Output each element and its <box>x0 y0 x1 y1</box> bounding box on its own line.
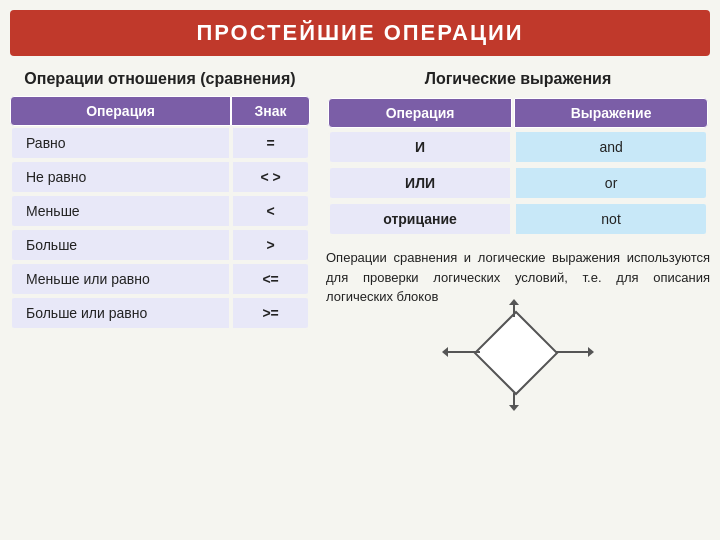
arrow-top <box>513 305 515 317</box>
op-name: Меньше <box>10 194 231 228</box>
op-name: Равно <box>10 126 231 160</box>
op-sign: < > <box>231 160 310 194</box>
left-table-header: Операция Знак <box>10 96 310 126</box>
op-sign: < <box>231 194 310 228</box>
op-name: Больше <box>10 228 231 262</box>
op-sign: <= <box>231 262 310 296</box>
content-row: Операции отношения (сравнения) Операция … <box>10 70 710 395</box>
table-row: Меньше < <box>10 194 310 228</box>
op-name: Не равно <box>10 160 231 194</box>
left-col1-header: Операция <box>10 96 231 126</box>
table-row: Равно = <box>10 126 310 160</box>
table-row: Больше > <box>10 228 310 262</box>
op-name: Меньше или равно <box>10 262 231 296</box>
logic-op-name: ИЛИ <box>328 166 512 200</box>
main-title: ПРОСТЕЙШИЕ ОПЕРАЦИИ <box>10 10 710 56</box>
right-table-header: Операция Выражение <box>328 98 708 128</box>
right-col1-header: Операция <box>328 98 512 128</box>
table-row: отрицание not <box>328 202 708 236</box>
table-row: Больше или равно >= <box>10 296 310 330</box>
page-container: ПРОСТЕЙШИЕ ОПЕРАЦИИ Операции отношения (… <box>0 0 720 540</box>
op-name: Больше или равно <box>10 296 231 330</box>
arrow-left <box>448 351 480 353</box>
right-section: Логические выражения Операция Выражение … <box>326 70 710 395</box>
table-row: Меньше или равно <= <box>10 262 310 296</box>
logic-op-name: И <box>328 130 512 164</box>
table-row: Не равно < > <box>10 160 310 194</box>
left-table: Операция Знак Равно = Не равно < > Меньш… <box>10 96 310 330</box>
op-sign: > <box>231 228 310 262</box>
right-section-title: Логические выражения <box>326 70 710 88</box>
logic-op-expr: not <box>514 202 708 236</box>
logic-op-name: отрицание <box>328 202 512 236</box>
left-section: Операции отношения (сравнения) Операция … <box>10 70 310 330</box>
op-sign: >= <box>231 296 310 330</box>
arrow-bottom <box>513 393 515 405</box>
right-col2-header: Выражение <box>514 98 708 128</box>
left-col2-header: Знак <box>231 96 310 126</box>
left-section-title: Операции отношения (сравнения) <box>10 70 310 88</box>
logic-op-expr: and <box>514 130 708 164</box>
table-row: ИЛИ or <box>328 166 708 200</box>
op-sign: = <box>231 126 310 160</box>
table-row: И and <box>328 130 708 164</box>
right-table: Операция Выражение И and ИЛИ or отрицани… <box>326 96 710 238</box>
flowchart-diamond <box>458 315 578 395</box>
diamond-shape <box>474 310 559 395</box>
logic-op-expr: or <box>514 166 708 200</box>
arrow-right <box>556 351 588 353</box>
